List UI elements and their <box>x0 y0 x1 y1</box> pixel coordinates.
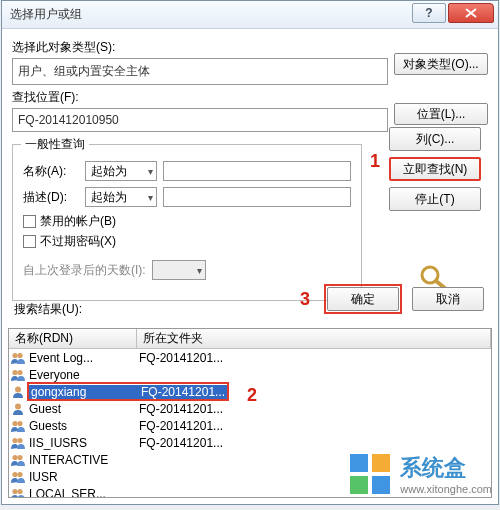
row-name: Guests <box>27 419 137 433</box>
group-icon <box>9 419 27 433</box>
name-mode-select[interactable]: 起始为 ▾ <box>85 161 157 181</box>
svg-point-2 <box>12 352 17 357</box>
annotation-marker-1: 1 <box>370 151 380 172</box>
locations-button[interactable]: 位置(L)... <box>394 103 488 125</box>
desc-mode-select[interactable]: 起始为 ▾ <box>85 187 157 207</box>
selected-row-highlight: gongxiangFQ-20141201... <box>27 382 229 401</box>
row-name: LOCAL SER... <box>27 487 137 498</box>
cancel-button[interactable]: 取消 <box>412 287 484 311</box>
general-query-group: 一般性查询 名称(A): 起始为 ▾ 描述(D): 起始为 ▾ 禁用的 <box>12 144 362 301</box>
row-folder: FQ-20141201... <box>137 351 491 365</box>
chevron-down-icon: ▾ <box>197 265 202 276</box>
group-icon <box>9 351 27 365</box>
group-icon <box>9 470 27 484</box>
window-title: 选择用户或组 <box>10 6 82 23</box>
annotation-marker-2: 2 <box>247 385 257 406</box>
object-type-field: 用户、组或内置安全主体 <box>12 58 388 85</box>
svg-point-8 <box>12 420 17 425</box>
user-icon <box>9 385 27 399</box>
svg-point-10 <box>12 437 17 442</box>
column-name[interactable]: 名称(RDN) <box>9 329 137 348</box>
row-name: Guest <box>27 402 137 416</box>
table-row[interactable]: INTERACTIVE <box>9 451 491 468</box>
svg-point-15 <box>17 471 22 476</box>
disabled-accounts-label: 禁用的帐户(B) <box>40 213 116 230</box>
close-icon <box>465 8 477 18</box>
object-type-label: 选择此对象类型(S): <box>12 39 388 56</box>
svg-point-7 <box>15 403 21 409</box>
svg-point-6 <box>15 386 21 392</box>
group-icon <box>9 368 27 382</box>
ok-button[interactable]: 确定 <box>327 287 399 311</box>
svg-point-3 <box>17 352 22 357</box>
group-icon <box>9 436 27 450</box>
results-list[interactable]: 名称(RDN) 所在文件夹 2 Event Log...FQ-20141201.… <box>8 328 492 498</box>
select-users-dialog: 选择用户或组 ? 选择此对象类型(S): 用户、组或内置安全主体 对象类型(O)… <box>1 0 499 505</box>
svg-point-9 <box>17 420 22 425</box>
table-row[interactable]: Event Log...FQ-20141201... <box>9 349 491 366</box>
svg-point-4 <box>12 369 17 374</box>
row-name: IUSR <box>27 470 137 484</box>
nonexpiring-password-checkbox[interactable] <box>23 235 36 248</box>
table-row[interactable]: IUSR <box>9 468 491 485</box>
name-label: 名称(A): <box>23 163 79 180</box>
row-name: IIS_IUSRS <box>27 436 137 450</box>
find-now-button[interactable]: 立即查找(N) <box>389 157 481 181</box>
dialog-buttons: 3 确定 取消 <box>300 284 484 314</box>
svg-point-12 <box>12 454 17 459</box>
location-label: 查找位置(F): <box>12 89 388 106</box>
side-button-panel: 列(C)... 立即查找(N) 停止(T) <box>386 127 484 293</box>
name-input[interactable] <box>163 161 351 181</box>
days-since-login-label: 自上次登录后的天数(I): <box>23 262 146 279</box>
svg-point-16 <box>12 488 17 493</box>
general-query-legend: 一般性查询 <box>21 136 89 153</box>
description-label: 描述(D): <box>23 189 79 206</box>
results-body: 2 Event Log...FQ-20141201...Everyonegong… <box>9 349 491 497</box>
row-name: gongxiang <box>29 385 139 399</box>
table-row[interactable]: Everyone <box>9 366 491 383</box>
column-folder[interactable]: 所在文件夹 <box>137 329 491 348</box>
help-button[interactable]: ? <box>412 3 446 23</box>
close-button[interactable] <box>448 3 494 23</box>
row-folder: FQ-20141201... <box>137 419 491 433</box>
description-input[interactable] <box>163 187 351 207</box>
location-field: FQ-201412010950 <box>12 108 388 132</box>
columns-button[interactable]: 列(C)... <box>389 127 481 151</box>
svg-point-11 <box>17 437 22 442</box>
results-header: 名称(RDN) 所在文件夹 <box>9 329 491 349</box>
annotation-marker-3: 3 <box>300 289 310 310</box>
row-name: INTERACTIVE <box>27 453 137 467</box>
svg-point-17 <box>17 488 22 493</box>
row-folder: FQ-20141201... <box>137 402 491 416</box>
stop-button[interactable]: 停止(T) <box>389 187 481 211</box>
user-icon <box>9 402 27 416</box>
svg-point-13 <box>17 454 22 459</box>
chevron-down-icon: ▾ <box>148 166 153 177</box>
row-name: Everyone <box>27 368 137 382</box>
days-since-login-select[interactable]: ▾ <box>152 260 206 280</box>
title-bar: 选择用户或组 ? <box>2 1 498 29</box>
svg-point-14 <box>12 471 17 476</box>
group-icon <box>9 453 27 467</box>
table-row[interactable]: GuestsFQ-20141201... <box>9 417 491 434</box>
group-icon <box>9 487 27 498</box>
svg-point-5 <box>17 369 22 374</box>
row-name: Event Log... <box>27 351 137 365</box>
row-folder: FQ-20141201... <box>137 436 491 450</box>
object-types-button[interactable]: 对象类型(O)... <box>394 53 488 75</box>
table-row[interactable]: IIS_IUSRSFQ-20141201... <box>9 434 491 451</box>
nonexpiring-password-label: 不过期密码(X) <box>40 233 116 250</box>
row-folder: FQ-20141201... <box>139 385 227 399</box>
chevron-down-icon: ▾ <box>148 192 153 203</box>
results-label: 搜索结果(U): <box>14 301 82 318</box>
disabled-accounts-checkbox[interactable] <box>23 215 36 228</box>
table-row[interactable]: LOCAL SER... <box>9 485 491 497</box>
